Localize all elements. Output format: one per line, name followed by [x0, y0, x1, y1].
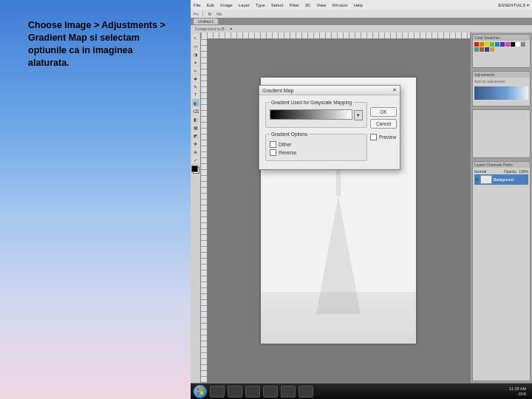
- histogram-display: [474, 86, 528, 100]
- swatch[interactable]: [495, 42, 499, 47]
- taskbar-app[interactable]: [245, 386, 260, 398]
- ruler-horizontal: [201, 33, 470, 38]
- svg-rect-2: [197, 392, 200, 395]
- swatch[interactable]: [474, 47, 479, 52]
- adjust-icon[interactable]: [493, 112, 500, 120]
- dither-checkbox[interactable]: [270, 141, 276, 148]
- svg-rect-0: [197, 388, 200, 391]
- app-bar: Ps Br Mb: [191, 10, 532, 18]
- menu-image[interactable]: Image: [220, 3, 233, 7]
- taskbar-app[interactable]: [210, 386, 225, 398]
- layer-thumbnail[interactable]: [480, 175, 492, 184]
- blend-mode-select[interactable]: Normal: [474, 169, 486, 174]
- system-tray[interactable]: 11:29 AM 10/6: [509, 386, 529, 395]
- fg-bg-swatch[interactable]: [191, 166, 200, 174]
- gradient-preview[interactable]: [270, 109, 352, 120]
- bridge-icon[interactable]: Br: [208, 12, 212, 16]
- layer-row[interactable]: 👁 Background: [474, 174, 528, 185]
- adjust-icon[interactable]: [502, 112, 509, 120]
- document-tabs: Untitled-1: [191, 18, 532, 25]
- menu-bar: File Edit Image Layer Type Select Filter…: [191, 0, 532, 10]
- swatch[interactable]: [480, 47, 484, 52]
- gradient-group-legend: Gradient Used for Grayscale Mapping: [270, 100, 353, 105]
- taskbar-app[interactable]: [228, 386, 242, 398]
- tool-eraser[interactable]: ⌫: [192, 107, 200, 115]
- tool-eyedropper[interactable]: ✚: [192, 75, 200, 82]
- swatch[interactable]: [505, 42, 510, 47]
- reverse-label: Reverse: [279, 150, 296, 155]
- options-group-legend: Gradient Options: [270, 132, 309, 137]
- adjustments-panel: Adjustments Add an adjustment: [472, 71, 531, 106]
- adjustments-tab[interactable]: Adjustments: [473, 72, 530, 78]
- menu-layer[interactable]: Layer: [239, 3, 250, 7]
- tools-panel: ↖ ▭ ◑ ✦ ✂ ✚ ✎ T ◐ ⌫ ◧ ▦ ◩ ✥ ⊕ ⤢: [191, 33, 200, 383]
- eye-icon[interactable]: 👁: [475, 177, 479, 182]
- menu-edit[interactable]: Edit: [207, 3, 214, 7]
- swatch[interactable]: [485, 47, 489, 52]
- swatch[interactable]: [490, 42, 494, 47]
- swatches-panel: Color Swatches: [472, 34, 531, 68]
- workspace-switcher[interactable]: ESSENTIALS ▾: [498, 2, 529, 7]
- tool-clone[interactable]: ◧: [192, 115, 200, 123]
- swatch[interactable]: [511, 42, 515, 47]
- reverse-checkbox[interactable]: [270, 149, 276, 156]
- swatches-tab[interactable]: Color Swatches: [473, 35, 530, 41]
- adjust-icon[interactable]: [475, 112, 482, 120]
- tool-gradient[interactable]: ◐: [192, 99, 200, 106]
- instruction-text: Choose Image > Adjustments > Gradient Ma…: [28, 19, 176, 69]
- menu-3d[interactable]: 3D: [305, 3, 311, 7]
- menu-window[interactable]: Window: [332, 3, 347, 7]
- tool-wand[interactable]: ✦: [192, 58, 200, 66]
- taskbar-app[interactable]: [263, 386, 278, 398]
- tray-date: 10/6: [509, 392, 526, 396]
- menu-type[interactable]: Type: [256, 3, 265, 7]
- swatch[interactable]: [474, 42, 479, 47]
- tool-pen[interactable]: ◩: [192, 132, 200, 139]
- tool-crop[interactable]: ✂: [192, 66, 200, 74]
- taskbar-app[interactable]: [281, 386, 296, 398]
- tool-brush[interactable]: ✎: [192, 83, 200, 90]
- layers-tab[interactable]: Layers Channels Paths: [473, 162, 530, 168]
- opacity-value[interactable]: 100%: [519, 169, 528, 174]
- dialog-titlebar[interactable]: Gradient Map ✕: [259, 86, 400, 95]
- tool-move[interactable]: ↖: [192, 34, 200, 41]
- tool-zoom[interactable]: ⊕: [192, 148, 200, 155]
- tool-lasso[interactable]: ◑: [192, 50, 200, 58]
- swatch[interactable]: [480, 42, 484, 47]
- menu-help[interactable]: Help: [354, 3, 363, 7]
- options-bar: Foreground to B… ▾: [191, 25, 532, 33]
- swatch[interactable]: [490, 47, 494, 52]
- menu-filter[interactable]: Filter: [289, 3, 299, 7]
- menu-view[interactable]: View: [316, 3, 326, 7]
- photoshop-window: File Edit Image Layer Type Select Filter…: [191, 0, 532, 399]
- tool-marquee[interactable]: ▭: [192, 42, 200, 50]
- tool-hand[interactable]: ✥: [192, 140, 200, 147]
- right-panels: Color Swatches Adjustments Add an adjust…: [471, 33, 532, 383]
- tool-type[interactable]: T: [192, 91, 200, 98]
- adjust-icon[interactable]: [484, 112, 491, 120]
- ruler-vertical: [201, 38, 207, 383]
- start-button[interactable]: [194, 385, 207, 398]
- adjust-icon[interactable]: [511, 112, 518, 120]
- tab-document[interactable]: Untitled-1: [194, 18, 218, 24]
- swatch[interactable]: [516, 42, 520, 47]
- gradient-dropdown-icon[interactable]: ▾: [354, 110, 363, 120]
- menu-file[interactable]: File: [194, 3, 201, 7]
- tool-rotate[interactable]: ⤢: [192, 156, 200, 163]
- preview-checkbox[interactable]: [370, 134, 377, 140]
- swatches-grid: [473, 41, 530, 53]
- gradient-map-dialog: Gradient Map ✕ OK Cancel Preview Gradien…: [259, 85, 400, 170]
- close-icon[interactable]: ✕: [392, 87, 397, 93]
- ok-button[interactable]: OK: [370, 107, 397, 117]
- adjust-icon[interactable]: [519, 112, 527, 120]
- swatch[interactable]: [485, 42, 489, 47]
- svg-rect-1: [200, 388, 203, 391]
- adjustments-hint: Add an adjustment: [473, 78, 530, 85]
- menu-select[interactable]: Select: [271, 3, 284, 7]
- taskbar-app[interactable]: [299, 386, 313, 398]
- tool-shape[interactable]: ▦: [192, 123, 200, 131]
- cancel-button[interactable]: Cancel: [370, 119, 397, 129]
- swatch[interactable]: [500, 42, 505, 47]
- swatch[interactable]: [521, 42, 525, 47]
- minibridge-icon[interactable]: Mb: [216, 12, 222, 16]
